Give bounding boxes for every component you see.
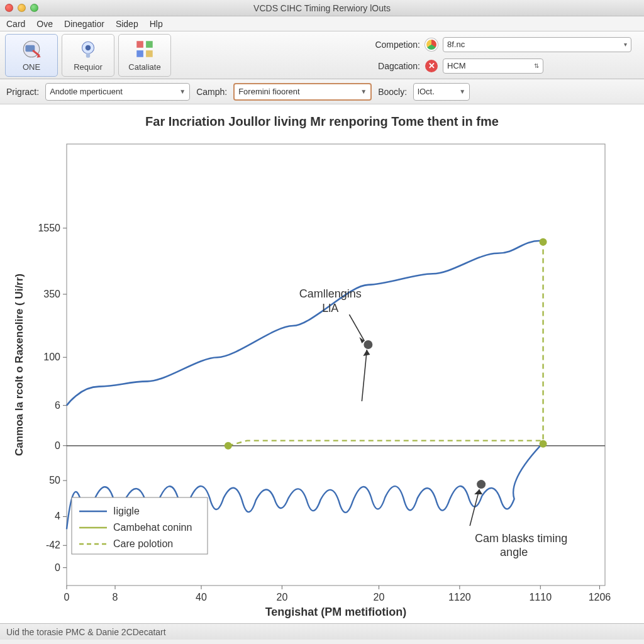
menu-card[interactable]: Card — [6, 19, 25, 29]
camph-select[interactable]: Foremini fioorent ▼ — [233, 83, 372, 101]
svg-point-4 — [86, 45, 91, 51]
svg-text:Canmoa la rcolt o Raxenolire  : Canmoa la rcolt o Raxenolire ( Ui/rr) — [13, 274, 25, 456]
svg-point-47 — [540, 440, 547, 448]
svg-text:6: 6 — [55, 400, 60, 411]
dagcation-select[interactable]: HCM ⇅ — [443, 58, 543, 74]
menu-ove[interactable]: Ove — [36, 19, 53, 29]
svg-point-46 — [225, 442, 232, 450]
chart-title: Far Incriation Joullor living Mr renpori… — [9, 108, 635, 133]
toolbar: ONE Requior Cataliate Competion: 8f.nc ▾ — [0, 31, 644, 79]
svg-text:1120: 1120 — [448, 592, 471, 602]
svg-rect-8 — [136, 50, 143, 57]
dagcation-value: HCM — [447, 61, 466, 70]
svg-text:8: 8 — [113, 592, 118, 602]
svg-text:100: 100 — [43, 352, 60, 362]
boocly-value: lOct. — [418, 87, 435, 96]
camph-label: Camph: — [196, 87, 227, 97]
svg-text:Camllengins: Camllengins — [299, 287, 362, 300]
window-title: VCDS CIHC Timing Rerwiory lOuts — [0, 3, 644, 13]
prigract-value: Andotle mperticuent — [50, 87, 123, 96]
toolbar-button-label: ONE — [23, 62, 40, 72]
svg-rect-6 — [136, 41, 143, 48]
svg-text:1550: 1550 — [38, 223, 60, 233]
chart-svg: 0-4245006100350155008402020112011101206C… — [9, 133, 635, 623]
svg-text:Care polotion: Care polotion — [113, 538, 173, 549]
svg-text:0: 0 — [64, 592, 70, 602]
error-icon: ✕ — [425, 60, 438, 72]
filter-bar: Prigract: Andotle mperticuent ▼ Camph: F… — [0, 79, 644, 104]
menu-sidep[interactable]: Sidep — [116, 19, 138, 29]
svg-text:4: 4 — [55, 511, 60, 521]
chevron-down-icon: ▾ — [624, 41, 627, 48]
toolbar-button-cataliate[interactable]: Cataliate — [118, 34, 171, 77]
toolbar-button-label: Cataliate — [128, 62, 160, 72]
camph-value: Foremini fioorent — [238, 87, 300, 96]
chrome-icon — [425, 38, 438, 51]
svg-text:angle: angle — [500, 546, 528, 558]
stepper-icon: ⇅ — [534, 62, 539, 69]
svg-text:1206: 1206 — [589, 592, 611, 602]
dagcation-label: Dagcation: — [345, 61, 420, 71]
close-icon[interactable] — [5, 4, 13, 12]
chevron-down-icon: ▼ — [459, 88, 465, 95]
minimize-icon[interactable] — [18, 4, 26, 12]
boocly-select[interactable]: lOct. ▼ — [413, 83, 470, 101]
status-bar: Uid the torasie PMC & Danie 2CDecatart — [0, 623, 644, 640]
svg-text:350: 350 — [43, 289, 60, 299]
svg-text:Iigigle: Iigigle — [113, 506, 140, 516]
titlebar: VCDS CIHC Timing Rerwiory lOuts — [0, 0, 644, 16]
window-controls — [5, 4, 38, 12]
competion-value: 8f.nc — [447, 40, 465, 49]
chevron-down-icon: ▼ — [360, 88, 367, 95]
svg-text:1110: 1110 — [529, 592, 552, 602]
svg-text:Cambehat coninn: Cambehat coninn — [113, 522, 192, 533]
svg-text:50: 50 — [49, 475, 60, 486]
svg-rect-9 — [146, 50, 153, 57]
toolbar-button-one[interactable]: ONE — [5, 34, 58, 77]
svg-text:LlA: LlA — [322, 302, 338, 314]
zoom-icon[interactable] — [30, 4, 38, 12]
target-icon — [77, 38, 99, 60]
svg-point-48 — [540, 238, 547, 246]
menu-hlp[interactable]: Hlp — [150, 19, 163, 29]
chevron-down-icon: ▼ — [179, 88, 186, 95]
svg-text:0: 0 — [55, 440, 60, 451]
grid-icon — [134, 38, 155, 60]
boocly-label: Boocly: — [378, 87, 407, 97]
inspect-icon — [21, 38, 42, 60]
menu-dinegatior[interactable]: Dinegatior — [64, 19, 104, 29]
competion-select[interactable]: 8f.nc ▾ — [443, 37, 631, 52]
svg-text:0: 0 — [55, 562, 60, 573]
competion-label: Competion: — [345, 40, 420, 50]
prigract-select[interactable]: Andotle mperticuent ▼ — [45, 83, 190, 101]
menubar: Card Ove Dinegatior Sidep Hlp — [0, 16, 644, 31]
prigract-label: Prigract: — [6, 87, 39, 97]
toolbar-button-requior[interactable]: Requior — [62, 34, 114, 77]
svg-text:-42: -42 — [46, 540, 60, 550]
toolbar-button-label: Requior — [74, 62, 103, 72]
svg-point-49 — [364, 340, 372, 349]
svg-text:40: 40 — [196, 592, 207, 602]
svg-text:20: 20 — [277, 592, 288, 602]
svg-rect-5 — [86, 53, 90, 57]
status-text: Uid the torasie PMC & Danie 2CDecatart — [6, 627, 166, 637]
svg-rect-7 — [146, 41, 153, 48]
svg-point-56 — [477, 480, 486, 489]
svg-text:Tengishat  (PM metifiotion): Tengishat (PM metifiotion) — [265, 606, 407, 618]
svg-text:Cam blasks timing: Cam blasks timing — [475, 532, 567, 545]
chart-area: Far Incriation Joullor living Mr renpori… — [0, 104, 644, 623]
svg-text:20: 20 — [374, 592, 385, 602]
